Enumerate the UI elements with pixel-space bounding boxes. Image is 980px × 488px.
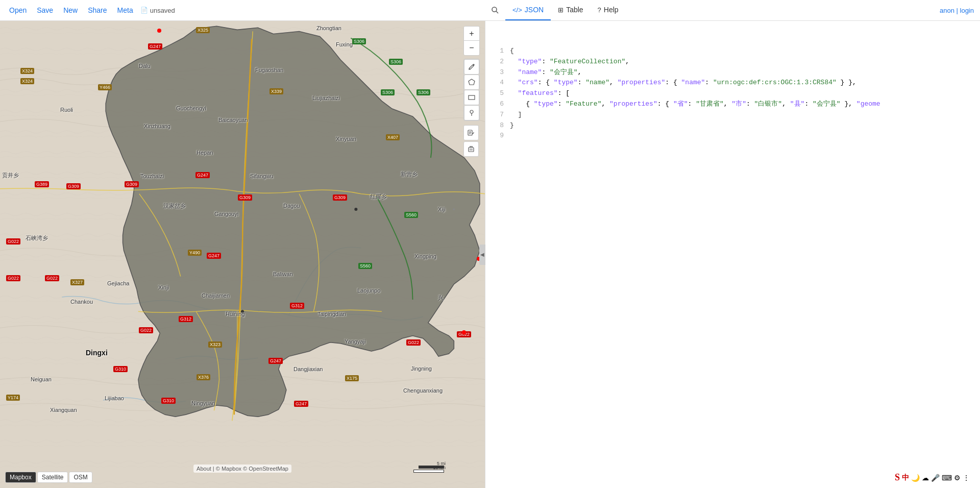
- road-g247-3: G247: [207, 253, 221, 259]
- ime-icon-kb: ⌨: [942, 474, 952, 482]
- place-label-gejiacha: Gejiacha: [107, 280, 129, 286]
- style-osm-button[interactable]: OSM: [69, 472, 92, 483]
- place-label-hongyaoxiang: 红耀乡: [370, 193, 387, 201]
- place-label-yangyaji: Yangyaji: [345, 338, 365, 345]
- place-label-xiji: Xiji: [438, 206, 446, 212]
- road-g312-2: G312: [290, 303, 304, 309]
- place-label-zhongtian: Zhongtian: [316, 25, 341, 31]
- zoom-out-button[interactable]: −: [464, 41, 479, 55]
- place-label-xinyuan: Xinyuan: [336, 136, 356, 142]
- road-x323: X323: [208, 341, 222, 348]
- place-label-liujiazhaizi: Liujiazhaizi: [312, 95, 340, 101]
- road-x376-1: X376: [197, 374, 210, 380]
- place-label-dingxi: Dingxi: [86, 349, 108, 357]
- zoom-controls: + −: [463, 26, 480, 56]
- map-drawing-tools: [463, 59, 480, 121]
- place-label-laojunpo: Laojunpo: [357, 287, 380, 294]
- road-s306-2: S306: [389, 59, 403, 65]
- place-label-xing: 兴: [438, 294, 444, 302]
- share-link[interactable]: Share: [83, 6, 112, 14]
- delete-feature-button[interactable]: [463, 141, 479, 157]
- draw-shape-button[interactable]: [464, 75, 479, 90]
- top-nav-bar: Open Save New Share Meta unsaved </> JSO…: [0, 0, 980, 21]
- place-label-fuxing: Fuxing: [336, 41, 353, 47]
- road-g022-2: G022: [6, 275, 20, 281]
- json-icon: </>: [512, 6, 522, 14]
- svg-point-9: [470, 110, 473, 113]
- place-label-dangjiaxian: Dangjiaxian: [293, 366, 323, 372]
- place-label-baliwan: Baliwan: [273, 271, 293, 277]
- tab-table[interactable]: ⊞ Table: [551, 0, 590, 20]
- json-editor[interactable]: 1 { 2 "type": "FeatureCollection", 3 "na…: [485, 42, 980, 488]
- search-icon: [491, 6, 499, 14]
- json-line-1: 1 {: [485, 46, 980, 57]
- svg-point-5: [354, 208, 357, 211]
- place-label-xinji: Xinji: [158, 284, 169, 290]
- marker-icon: [468, 109, 475, 116]
- red-marker-1: [157, 29, 161, 33]
- place-label-touzhaizi: Touzhaizi: [140, 173, 164, 179]
- place-label-fugaoshan: Fugaoshan: [255, 67, 283, 73]
- road-g389: G389: [35, 181, 49, 187]
- edit-feature-button[interactable]: [463, 125, 479, 140]
- trash-icon: [468, 145, 475, 153]
- new-link[interactable]: New: [58, 6, 83, 14]
- place-marker-button[interactable]: [464, 105, 479, 120]
- meta-link[interactable]: Meta: [112, 6, 138, 14]
- ime-icon-s: S: [895, 472, 900, 483]
- save-link[interactable]: Save: [32, 6, 58, 14]
- right-panel: ◀ 1 { 2 "type": "FeatureCollection", 3 "…: [485, 21, 980, 488]
- style-mapbox-button[interactable]: Mapbox: [5, 472, 36, 483]
- svg-point-6: [453, 208, 455, 210]
- search-toggle[interactable]: [485, 6, 505, 14]
- road-s306-4: S306: [416, 89, 430, 95]
- place-label-dagou: Dagou: [283, 203, 300, 209]
- json-line-8: 8 }: [485, 120, 980, 131]
- road-g247-2: G247: [195, 172, 210, 178]
- place-label-chankou: Chankou: [70, 299, 93, 305]
- place-label-xinyingxiang: 新营乡: [401, 170, 418, 178]
- road-g247-1: G247: [148, 43, 162, 50]
- place-label-ruoli: Ruoli: [60, 107, 73, 113]
- place-label-ningyuan: Ningyuan: [191, 400, 215, 406]
- auth-label[interactable]: anon | login: [940, 7, 974, 14]
- tab-right-actions: anon | login: [940, 7, 980, 14]
- json-line-4: 4 "crs": { "type": "name", "properties":…: [485, 78, 980, 88]
- panel-collapse-toggle[interactable]: ◀: [479, 245, 485, 265]
- place-label-chaijiamen: Chaijiamen: [202, 292, 230, 299]
- road-g022-1: G022: [6, 238, 20, 245]
- place-label-taipingdian: Taipingdian: [317, 311, 346, 317]
- road-g309-3: G309: [333, 194, 347, 201]
- road-g309-1: G309: [66, 183, 81, 189]
- place-label-shixiawanxiang: 石峡湾乡: [26, 234, 48, 242]
- road-s306-1: S306: [352, 38, 366, 44]
- ime-icon-mic: 🎤: [931, 474, 940, 482]
- road-g022-3: G022: [45, 275, 59, 281]
- ime-icon-zh: 中: [902, 473, 909, 482]
- road-y466: Y466: [98, 84, 112, 90]
- place-label-hepan: Hepan: [197, 150, 213, 156]
- place-label-gangouyi: Gangouyi: [214, 211, 238, 217]
- road-g309-4: G309: [125, 181, 139, 187]
- road-g309-2: G309: [238, 194, 252, 201]
- place-label-xingping: Xingping: [414, 253, 436, 259]
- road-x339: X339: [270, 88, 283, 94]
- style-satellite-button[interactable]: Satellite: [37, 472, 68, 483]
- tab-json[interactable]: </> JSON: [505, 0, 551, 20]
- json-line-9: 9: [485, 131, 980, 141]
- unsaved-indicator: unsaved: [140, 7, 175, 14]
- place-label-baicaoyuan: Baicaoyuan: [218, 117, 248, 123]
- place-label-lijiabao: Lijiabao: [105, 395, 124, 401]
- draw-rect-button[interactable]: [464, 90, 479, 105]
- tab-help[interactable]: ? Help: [591, 0, 626, 20]
- open-link[interactable]: Open: [4, 6, 32, 14]
- place-label-xiangquan: Xiangquan: [50, 407, 77, 413]
- zoom-in-button[interactable]: +: [464, 27, 479, 41]
- road-g022-4: G022: [139, 327, 153, 333]
- svg-rect-8: [469, 95, 475, 100]
- map-area[interactable]: Zhongtian Fuxing Dalu Fugaoshan Ruoli Gu…: [0, 21, 485, 488]
- draw-pencil-button[interactable]: [464, 59, 479, 75]
- road-x407: X407: [386, 134, 400, 140]
- road-y174: Y174: [6, 395, 20, 401]
- json-line-3: 3 "name": "会宁县",: [485, 67, 980, 78]
